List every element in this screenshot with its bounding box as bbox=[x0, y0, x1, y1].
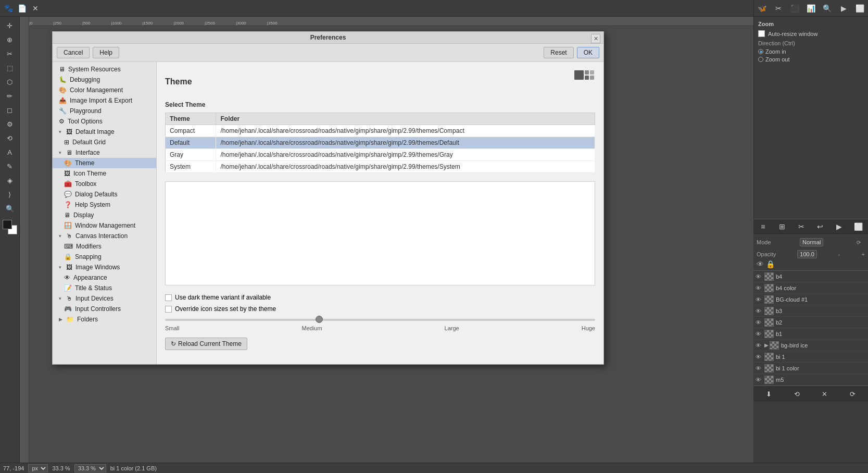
sidebar-item-theme[interactable]: 🎨 Theme bbox=[53, 158, 156, 168]
sidebar-item-canvas-interaction[interactable]: ▾ 🖱 Canvas Interaction bbox=[53, 231, 156, 241]
icon-size-slider-thumb[interactable] bbox=[316, 316, 323, 323]
eye-icon[interactable]: 👁 bbox=[756, 308, 763, 314]
sidebar-item-modifiers[interactable]: ⌨ Modifiers bbox=[53, 241, 156, 252]
sidebar-item-default-grid[interactable]: ⊞ Default Grid bbox=[53, 137, 156, 147]
smudge-tool[interactable]: ⟩ bbox=[3, 188, 17, 201]
zoom-selector[interactable]: 33.3 % bbox=[74, 464, 106, 472]
sidebar-item-help-system[interactable]: ❓ Help System bbox=[53, 200, 156, 210]
dark-theme-checkbox[interactable] bbox=[165, 294, 172, 301]
table-row[interactable]: Gray /home/jehan/.local/share/crossroad/… bbox=[166, 149, 595, 161]
sidebar-item-input-devices[interactable]: ▾ 🖱 Input Devices bbox=[53, 293, 156, 304]
sidebar-item-appearance[interactable]: 👁 Appearance bbox=[53, 272, 156, 283]
list-item[interactable]: 👁 b1 bbox=[753, 328, 868, 340]
eye-icon[interactable]: 👁 bbox=[756, 342, 763, 348]
unit-selector[interactable]: px bbox=[28, 464, 48, 472]
lock-icon[interactable]: 🔒 bbox=[766, 260, 775, 268]
help-button[interactable]: Help bbox=[93, 47, 119, 58]
opacity-plus[interactable]: + bbox=[862, 251, 865, 257]
zoom-in-radio[interactable] bbox=[758, 49, 763, 54]
ok-button[interactable]: OK bbox=[577, 47, 599, 58]
eye-icon[interactable]: 👁 bbox=[756, 331, 763, 337]
list-item[interactable]: 👁 b2 bbox=[753, 317, 868, 328]
override-icon-sizes-checkbox[interactable] bbox=[165, 306, 172, 313]
foreground-color-swatch[interactable] bbox=[3, 220, 12, 229]
undo-history-icon[interactable]: ↩ bbox=[814, 220, 826, 233]
bucket-fill-tool[interactable]: ◈ bbox=[3, 173, 17, 187]
table-row[interactable]: Default /home/jehan/.local/share/crossro… bbox=[166, 137, 595, 149]
eye-icon[interactable]: 👁 bbox=[756, 365, 763, 371]
butterfly-icon[interactable]: 🦋 bbox=[756, 2, 769, 15]
visibility-icon[interactable]: 👁 bbox=[757, 260, 764, 268]
sidebar-item-color-management[interactable]: 🎨 Color Management bbox=[53, 85, 156, 95]
list-item[interactable]: 👁 bi 1 bbox=[753, 351, 868, 363]
free-select-tool[interactable]: ⬡ bbox=[3, 75, 17, 89]
sidebar-item-snapping[interactable]: 🔒 Snapping bbox=[53, 252, 156, 262]
arrow-right-icon[interactable]: ▶ bbox=[837, 2, 850, 15]
sidebar-item-title-status[interactable]: 📝 Title & Status bbox=[53, 283, 156, 293]
search-panel-icon[interactable]: 🔍 bbox=[821, 2, 834, 15]
sidebar-item-playground[interactable]: 🔧 Playground bbox=[53, 106, 156, 116]
expand-icon[interactable]: ⬜ bbox=[853, 2, 866, 15]
new-layer-icon[interactable]: ⬇ bbox=[763, 388, 775, 400]
table-row[interactable]: Compact /home/jehan/.local/share/crossro… bbox=[166, 125, 595, 137]
script-console-icon[interactable]: ▶ bbox=[833, 220, 846, 233]
zoom-tool-btn[interactable]: ⊕ bbox=[3, 33, 17, 46]
auto-resize-checkbox[interactable] bbox=[758, 30, 765, 37]
move-tool[interactable]: ✛ bbox=[3, 19, 17, 32]
expand-layers-icon[interactable]: ⬜ bbox=[852, 220, 865, 233]
delete-layer-icon[interactable]: ✕ bbox=[819, 388, 831, 400]
sidebar-item-icon-theme[interactable]: 🖼 Icon Theme bbox=[53, 168, 156, 179]
layers-icon[interactable]: ≡ bbox=[757, 220, 769, 233]
sidebar-item-default-image[interactable]: ▾ 🖼 Default Image bbox=[53, 127, 156, 137]
new-file-icon[interactable]: 📄 bbox=[16, 2, 28, 15]
duplicate-layer-icon[interactable]: ⟳ bbox=[846, 388, 859, 400]
crop-tool[interactable]: ✂ bbox=[3, 47, 17, 60]
mode-arrow-icon[interactable]: ⟳ bbox=[852, 236, 865, 248]
sidebar-item-folders[interactable]: ▶ 📁 Folders bbox=[53, 314, 156, 325]
magnify-tool[interactable]: 🔍 bbox=[3, 202, 17, 215]
sidebar-item-window-management[interactable]: 🪟 Window Management bbox=[53, 220, 156, 231]
sidebar-item-image-windows[interactable]: ▾ 🖼 Image Windows bbox=[53, 262, 156, 272]
sidebar-item-system-resources[interactable]: 🖥 System Resources bbox=[53, 64, 156, 74]
reset-button[interactable]: Reset bbox=[544, 47, 573, 58]
eye-icon[interactable]: 👁 bbox=[756, 319, 763, 326]
zoom-out-radio[interactable] bbox=[758, 57, 763, 62]
dialog-close-button[interactable]: ✕ bbox=[591, 34, 600, 43]
eye-icon[interactable]: 👁 bbox=[756, 377, 763, 383]
list-item[interactable]: 👁 m5 bbox=[753, 374, 868, 385]
list-item[interactable]: 👁 BG-cloud #1 bbox=[753, 294, 868, 305]
list-item[interactable]: 👁 b4 bbox=[753, 271, 868, 282]
rotate-tool[interactable]: ⟲ bbox=[3, 131, 17, 145]
sidebar-item-tool-options[interactable]: ⚙ Tool Options bbox=[53, 116, 156, 127]
sidebar-item-interface[interactable]: ▾ 🖥 Interface bbox=[53, 147, 156, 158]
histogram-icon[interactable]: 📊 bbox=[804, 2, 817, 15]
list-item[interactable]: 👁 b4 color bbox=[753, 282, 868, 294]
gimp-logo[interactable]: 🐾 bbox=[2, 2, 15, 15]
opacity-minus[interactable]: - bbox=[838, 251, 840, 257]
mode-value[interactable]: Normal bbox=[800, 238, 823, 246]
sidebar-item-input-controllers[interactable]: 🎮 Input Controllers bbox=[53, 304, 156, 314]
reload-current-theme-button[interactable]: ↻ Reload Current Theme bbox=[165, 338, 247, 350]
collapse-arrow-icon[interactable]: ▶ bbox=[764, 342, 769, 348]
list-item[interactable]: 👁 b3 bbox=[753, 305, 868, 317]
eye-icon[interactable]: 👁 bbox=[756, 354, 763, 360]
path-tool[interactable]: ✎ bbox=[3, 159, 17, 173]
close-icon[interactable]: ✕ bbox=[29, 2, 42, 15]
paintbrush-tool[interactable]: ◻ bbox=[3, 103, 17, 117]
sidebar-item-display[interactable]: 🖥 Display bbox=[53, 210, 156, 220]
eye-icon[interactable]: 👁 bbox=[756, 285, 763, 291]
opacity-value[interactable]: 100.0 bbox=[797, 250, 817, 258]
channels-icon[interactable]: ⊞ bbox=[776, 220, 788, 233]
cancel-button[interactable]: Cancel bbox=[57, 47, 90, 58]
sidebar-item-image-import-export[interactable]: 📤 Image Import & Export bbox=[53, 95, 156, 106]
scissors-icon[interactable]: ✂ bbox=[772, 2, 785, 15]
list-item[interactable]: 👁 bi 1 color bbox=[753, 363, 868, 374]
sidebar-item-debugging[interactable]: 🐛 Debugging bbox=[53, 74, 156, 85]
pencil-tool[interactable]: ✏ bbox=[3, 89, 17, 103]
heal-tool[interactable]: ⚙ bbox=[3, 117, 17, 131]
eye-icon[interactable]: 👁 bbox=[756, 296, 763, 303]
raise-layer-icon[interactable]: ⟲ bbox=[790, 388, 803, 400]
paths-icon[interactable]: ✂ bbox=[795, 220, 808, 233]
sidebar-item-toolbox[interactable]: 🧰 Toolbox bbox=[53, 179, 156, 189]
list-item[interactable]: 👁 ▶ bg-bird ice bbox=[753, 340, 868, 351]
